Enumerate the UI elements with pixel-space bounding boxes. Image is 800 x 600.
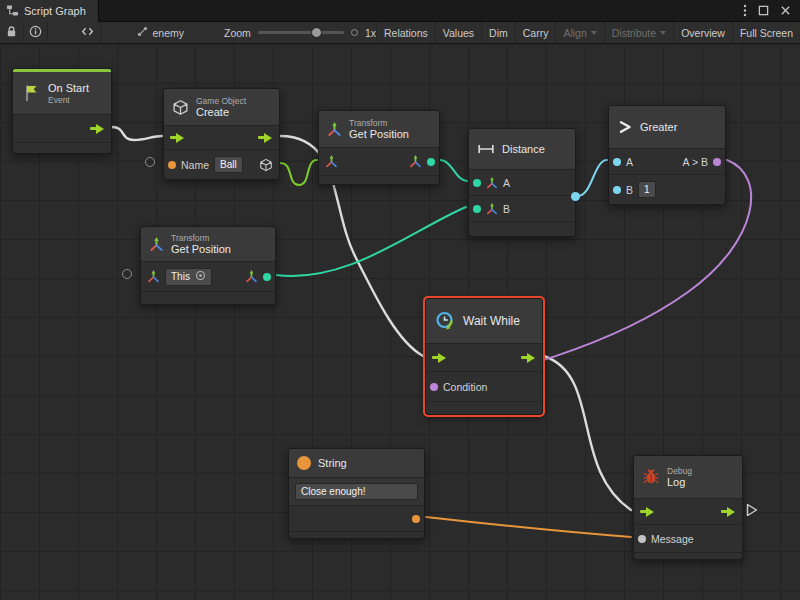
greater-icon [617, 119, 633, 135]
string-output-port[interactable] [412, 515, 420, 523]
node-get-position-self[interactable]: Transform Get Position This [140, 226, 276, 305]
wire-object-create-getposition[interactable] [280, 160, 317, 185]
number-input-port-b[interactable] [613, 186, 621, 194]
node-title: Get Position [171, 243, 231, 256]
node-create-gameobject[interactable]: Game Object Create Name Ball [163, 88, 280, 180]
close-icon[interactable] [780, 5, 791, 16]
node-title: On Start [48, 82, 89, 95]
chevron-down-icon [591, 31, 597, 35]
vector-output-port[interactable] [263, 273, 271, 281]
flow-out-port[interactable] [521, 352, 536, 363]
script-graph-window: Script Graph enemy Zoom 1x Relations Val… [0, 0, 800, 600]
overview-label: Overview [681, 27, 725, 39]
node-greater[interactable]: Greater A A > B B 1 [608, 105, 726, 205]
unconnected-port-indicator[interactable] [122, 269, 132, 279]
vector-output-port[interactable] [427, 158, 435, 166]
flow-out-port[interactable] [721, 506, 736, 517]
align-label: Align [563, 27, 586, 39]
zoom-label: Zoom [224, 27, 251, 39]
port-label: A [503, 177, 510, 189]
flow-out-port[interactable] [90, 123, 105, 134]
overview-button[interactable]: Overview [673, 22, 732, 44]
window-menu-icon[interactable] [743, 4, 747, 17]
wire-string-string-log[interactable] [426, 517, 631, 537]
transform-input-port-icon[interactable] [147, 270, 160, 283]
port-label: B [626, 184, 633, 196]
string-type-icon [297, 456, 311, 470]
flow-in-port[interactable] [640, 506, 655, 517]
object-picker-icon[interactable] [195, 270, 206, 284]
maximize-icon[interactable] [758, 5, 769, 16]
port-label: Message [651, 533, 694, 545]
gameobject-output-port-icon[interactable] [259, 158, 273, 172]
node-debug-log[interactable]: Debug Log Message [633, 455, 743, 560]
vector-input-port-a[interactable] [473, 179, 481, 187]
vector-input-port-b[interactable] [473, 205, 481, 213]
lock-button[interactable] [0, 22, 24, 44]
wire-flow-onstart-create[interactable] [112, 127, 162, 140]
node-on-start-event[interactable]: On Start Event [12, 68, 112, 154]
node-string-literal[interactable]: String Close enough! [288, 448, 425, 539]
cube-icon [172, 99, 189, 116]
zoom-reset-icon[interactable] [351, 29, 358, 36]
values-button[interactable]: Values [435, 22, 481, 44]
name-field[interactable]: Ball [214, 156, 243, 173]
dim-button[interactable]: Dim [481, 22, 515, 44]
code-view-button[interactable] [76, 22, 100, 44]
wire-vector-getposition-distance-a[interactable] [440, 160, 467, 181]
flag-icon [21, 83, 41, 103]
carry-label: Carry [523, 27, 549, 39]
full-screen-button[interactable]: Full Screen [732, 22, 800, 44]
node-distance[interactable]: Distance A B [468, 128, 576, 237]
node-title: Log [667, 476, 692, 489]
graph-canvas[interactable]: On Start Event Game Object Create [0, 44, 800, 600]
zoom-slider[interactable] [258, 31, 344, 34]
output-label: A > B [683, 156, 708, 168]
node-footer [634, 552, 742, 559]
node-title: Distance [502, 143, 545, 156]
boolean-output-port[interactable] [713, 158, 721, 166]
node-wait-while[interactable]: Wait While Condition [425, 298, 543, 415]
node-subtitle: Event [48, 95, 89, 105]
bug-icon [642, 468, 660, 486]
graph-breadcrumb[interactable]: enemy [137, 26, 185, 39]
boolean-input-port[interactable] [430, 383, 438, 391]
flow-in-port[interactable] [432, 352, 447, 363]
unconnected-port-indicator[interactable] [145, 157, 155, 167]
number-output-port[interactable] [571, 192, 580, 201]
transform-input-port-icon[interactable] [325, 155, 338, 168]
wire-flow-waitwhile-log[interactable] [544, 356, 631, 510]
carry-button[interactable]: Carry [515, 22, 556, 44]
align-button[interactable]: Align [555, 22, 603, 44]
flow-in-port[interactable] [170, 132, 185, 143]
full-screen-label: Full Screen [740, 27, 793, 39]
string-input-port[interactable] [168, 161, 176, 169]
message-input-port[interactable] [638, 535, 646, 543]
node-get-position-ball[interactable]: Transform Get Position [318, 110, 440, 185]
port-label: Condition [443, 381, 487, 393]
graph-toolbar: enemy Zoom 1x Relations Values Dim Carry… [0, 22, 800, 44]
tab-script-graph[interactable]: Script Graph [0, 0, 99, 22]
distribute-button[interactable]: Distribute [604, 22, 673, 44]
transform-port-icon [486, 177, 498, 189]
wire-vector-getposition-distance-b[interactable] [276, 207, 466, 276]
relations-button[interactable]: Relations [376, 22, 435, 44]
flow-out-port[interactable] [258, 132, 273, 143]
node-footer [289, 531, 424, 538]
b-value-field[interactable]: 1 [638, 181, 656, 198]
port-label: B [503, 203, 510, 215]
dim-label: Dim [489, 27, 508, 39]
string-value-field[interactable]: Close enough! [295, 483, 418, 500]
tab-title: Script Graph [24, 5, 86, 17]
values-label: Values [443, 27, 474, 39]
target-field[interactable]: This [165, 268, 212, 286]
transform-port-icon [245, 270, 258, 283]
graph-name: enemy [153, 27, 185, 39]
node-category: Game Object [196, 96, 246, 106]
zoom-slider-handle[interactable] [311, 27, 322, 38]
wire-number-distance-greater[interactable] [578, 160, 607, 196]
info-button[interactable] [24, 22, 48, 44]
number-input-port-a[interactable] [613, 158, 621, 166]
code-icon [81, 25, 94, 40]
titlebar: Script Graph [0, 0, 800, 22]
